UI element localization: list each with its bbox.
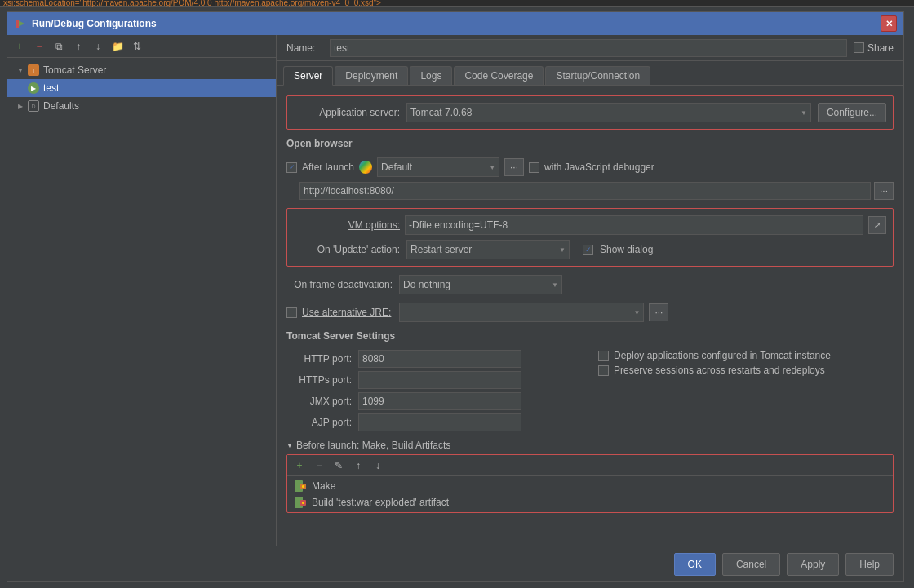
https-port-row: HTTPs port: <box>286 371 582 389</box>
vm-options-label: VM options: <box>294 219 400 231</box>
sort-button[interactable]: ⇅ <box>128 38 146 55</box>
app-server-section: Application server: Tomcat 7.0.68 ▼ Conf… <box>286 95 894 130</box>
share-checkbox[interactable] <box>854 42 864 53</box>
browser-dropdown[interactable]: Default ▼ <box>377 157 499 177</box>
test-label: test <box>43 82 59 94</box>
test-icon: ▶ <box>27 82 40 95</box>
on-frame-label: On frame deactivation: <box>286 279 393 290</box>
ide-topbar-text: xsi:schemaLocation="http://maven.apache.… <box>3 0 381 7</box>
https-port-input[interactable] <box>358 371 521 389</box>
preserve-checkbox[interactable] <box>598 365 609 376</box>
ajp-port-input[interactable] <box>358 413 521 431</box>
on-frame-row: On frame deactivation: Do nothing ▼ <box>286 275 894 294</box>
tomcat-label: Tomcat Server <box>43 64 106 76</box>
remove-launch-button[interactable]: − <box>310 457 328 475</box>
folder-button[interactable]: 📁 <box>109 38 126 55</box>
help-button[interactable]: Help <box>845 553 894 576</box>
dialog-title: Run/Debug Configurations <box>32 18 881 29</box>
jre-row: Use alternative JRE: ▼ ··· <box>286 303 894 322</box>
jmx-port-input[interactable] <box>358 392 521 410</box>
config-tree: ▼ T Tomcat Server ▶ test ▶ <box>7 58 276 546</box>
browser-icon <box>359 161 372 174</box>
before-launch-wrapper: ▼ Before launch: Make, Build Artifacts +… <box>286 440 894 513</box>
sidebar-item-tomcat[interactable]: ▼ T Tomcat Server <box>7 61 276 79</box>
tab-logs[interactable]: Logs <box>410 66 452 85</box>
show-dialog-checkbox[interactable] <box>583 245 593 255</box>
add-launch-button[interactable]: + <box>291 457 308 475</box>
app-server-dropdown-arrow: ▼ <box>801 109 807 117</box>
deploy-option-row: Deploy applications configured in Tomcat… <box>598 350 894 361</box>
tomcat-icon: T <box>27 64 40 77</box>
after-launch-row: After launch Default ▼ ··· with JavaScri… <box>286 157 894 177</box>
svg-rect-1 <box>16 20 19 28</box>
share-checkbox-row: Share <box>854 42 894 54</box>
ajp-port-row: AJP port: <box>286 413 582 431</box>
preserve-label: Preserve sessions across restarts and re… <box>614 365 825 376</box>
move-down-button[interactable]: ↓ <box>89 38 107 55</box>
make-icon <box>294 480 307 493</box>
move-down-launch-button[interactable]: ↓ <box>369 457 387 475</box>
deploy-label: Deploy applications configured in Tomcat… <box>614 350 831 361</box>
js-debugger-label: with JavaScript debugger <box>544 161 654 173</box>
browser-value: Default <box>381 161 412 173</box>
settings-grid: HTTP port: HTTPs port: JMX port: <box>286 350 894 431</box>
on-update-dropdown[interactable]: Restart server ▼ <box>406 240 570 259</box>
url-input[interactable] <box>299 182 871 200</box>
on-update-dropdown-arrow: ▼ <box>559 246 566 254</box>
remove-config-button[interactable]: − <box>30 38 48 55</box>
tomcat-settings-header: Tomcat Server Settings <box>286 330 894 342</box>
app-server-row: Application server: Tomcat 7.0.68 ▼ Conf… <box>294 103 886 122</box>
move-up-launch-button[interactable]: ↑ <box>349 457 367 475</box>
sidebar-item-defaults[interactable]: ▶ D Defaults <box>7 97 276 115</box>
add-config-button[interactable]: + <box>11 38 29 55</box>
tab-code-coverage[interactable]: Code Coverage <box>454 66 544 85</box>
tab-server[interactable]: Server <box>283 66 333 86</box>
before-launch-header[interactable]: ▼ Before launch: Make, Build Artifacts <box>286 440 894 451</box>
jre-checkbox[interactable] <box>286 307 297 318</box>
settings-left: HTTP port: HTTPs port: JMX port: <box>286 350 582 431</box>
apply-button[interactable]: Apply <box>787 553 839 576</box>
before-launch-label: Before launch: Make, Build Artifacts <box>296 440 450 451</box>
vm-options-section: VM options: ⤢ On 'Update' action: Restar… <box>286 208 894 267</box>
copy-config-button[interactable]: ⧉ <box>50 38 68 55</box>
on-frame-dropdown-arrow: ▼ <box>552 281 558 289</box>
run-debug-dialog: Run/Debug Configurations ✕ + − ⧉ ↑ ↓ 📁 ⇅… <box>7 11 904 582</box>
jre-dropdown[interactable]: ▼ <box>399 303 644 322</box>
browser-more-button[interactable]: ··· <box>504 158 524 176</box>
deploy-checkbox[interactable] <box>598 351 609 361</box>
close-button[interactable]: ✕ <box>881 15 897 32</box>
tab-deployment[interactable]: Deployment <box>335 66 408 85</box>
on-frame-dropdown[interactable]: Do nothing ▼ <box>399 275 562 294</box>
jre-dropdown-arrow: ▼ <box>633 309 640 316</box>
https-port-label: HTTPs port: <box>286 374 352 386</box>
vm-options-input[interactable] <box>405 215 863 235</box>
http-port-row: HTTP port: <box>286 350 582 368</box>
url-more-button[interactable]: ··· <box>874 182 894 200</box>
defaults-expand-arrow: ▶ <box>14 99 27 113</box>
cancel-button[interactable]: Cancel <box>722 553 780 576</box>
right-panel: Name: Share Server Deployment Logs Code … <box>277 35 903 546</box>
tab-startup-connection[interactable]: Startup/Connection <box>545 66 650 85</box>
settings-right: Deploy applications configured in Tomcat… <box>598 350 894 431</box>
edit-launch-button[interactable]: ✎ <box>330 457 348 475</box>
configure-button[interactable]: Configure... <box>818 103 886 122</box>
before-launch-arrow: ▼ <box>286 442 293 449</box>
config-tabs: Server Deployment Logs Code Coverage Sta… <box>277 61 903 86</box>
vm-options-expand-button[interactable]: ⤢ <box>868 216 886 234</box>
name-input[interactable] <box>330 39 847 57</box>
http-port-input[interactable] <box>358 350 521 368</box>
ide-topbar: xsi:schemaLocation="http://maven.apache.… <box>0 0 914 7</box>
open-browser-section: Open browser After launch Default ▼ ··· … <box>286 138 894 200</box>
ok-button[interactable]: OK <box>674 553 716 576</box>
app-server-dropdown[interactable]: Tomcat 7.0.68 ▼ <box>406 103 811 122</box>
defaults-icon: D <box>27 99 40 113</box>
preserve-option-row: Preserve sessions across restarts and re… <box>598 365 894 376</box>
sidebar-item-test[interactable]: ▶ test <box>7 79 276 97</box>
build-artifact-label: Build 'test:war exploded' artifact <box>312 497 449 508</box>
js-debugger-checkbox[interactable] <box>529 162 539 173</box>
jre-more-button[interactable]: ··· <box>649 303 668 321</box>
move-up-button[interactable]: ↑ <box>69 38 87 55</box>
dialog-icon <box>14 17 27 30</box>
svg-rect-4 <box>302 485 304 488</box>
after-launch-checkbox[interactable] <box>286 162 297 173</box>
